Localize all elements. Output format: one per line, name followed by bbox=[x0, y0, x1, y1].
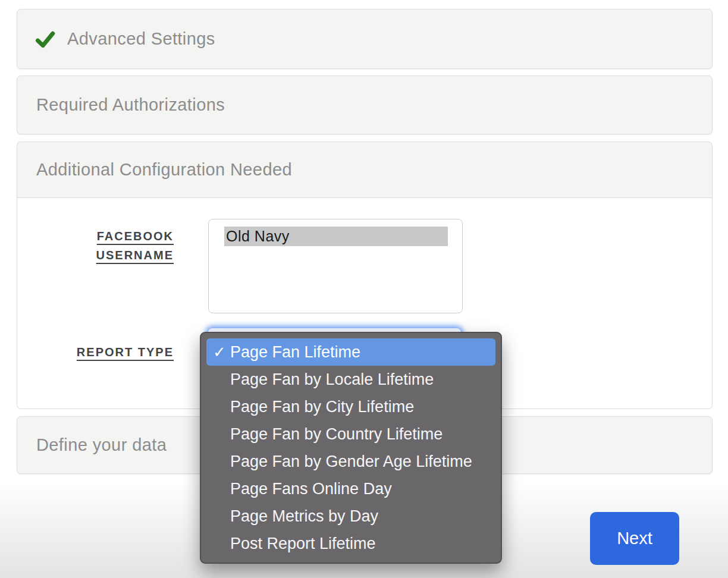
report-type-dropdown-menu: ✓ Page Fan Lifetime Page Fan by Locale L… bbox=[200, 332, 502, 564]
accordion-section-additional-configuration[interactable]: Additional Configuration Needed bbox=[17, 142, 713, 198]
section-title-define-your-data: Define your data bbox=[36, 435, 167, 455]
report-type-label: REPORT TYPE bbox=[48, 343, 174, 362]
dropdown-option[interactable]: Page Fan by Locale Lifetime bbox=[206, 366, 495, 393]
completed-check-icon bbox=[35, 29, 55, 49]
dropdown-option[interactable]: Page Fan by Gender Age Lifetime bbox=[206, 448, 495, 475]
selected-text: Old Navy bbox=[224, 227, 448, 246]
dropdown-option[interactable]: Page Fan by City Lifetime bbox=[206, 393, 495, 420]
dropdown-option-selected[interactable]: ✓ Page Fan Lifetime bbox=[206, 338, 495, 366]
next-button[interactable]: Next bbox=[590, 512, 679, 565]
facebook-username-textarea[interactable]: Old Navy bbox=[208, 219, 463, 313]
selected-check-icon: ✓ bbox=[213, 338, 226, 366]
dropdown-option[interactable]: Page Fans Online Day bbox=[206, 475, 495, 502]
section-title-additional-configuration: Additional Configuration Needed bbox=[36, 160, 292, 180]
accordion-section-required-authorizations[interactable]: Required Authorizations bbox=[17, 76, 713, 134]
facebook-username-label: FACEBOOK USERNAME bbox=[48, 227, 174, 265]
section-title-advanced-settings: Advanced Settings bbox=[67, 29, 215, 49]
dropdown-option[interactable]: Page Metrics by Day bbox=[206, 502, 495, 530]
accordion-section-advanced-settings[interactable]: Advanced Settings bbox=[17, 9, 713, 69]
section-title-required-authorizations: Required Authorizations bbox=[36, 95, 225, 115]
dropdown-option[interactable]: Post Report Lifetime bbox=[206, 530, 495, 557]
dropdown-option[interactable]: Page Fan by Country Lifetime bbox=[206, 420, 495, 448]
wizard-screen: Advanced Settings Required Authorization… bbox=[0, 0, 728, 578]
